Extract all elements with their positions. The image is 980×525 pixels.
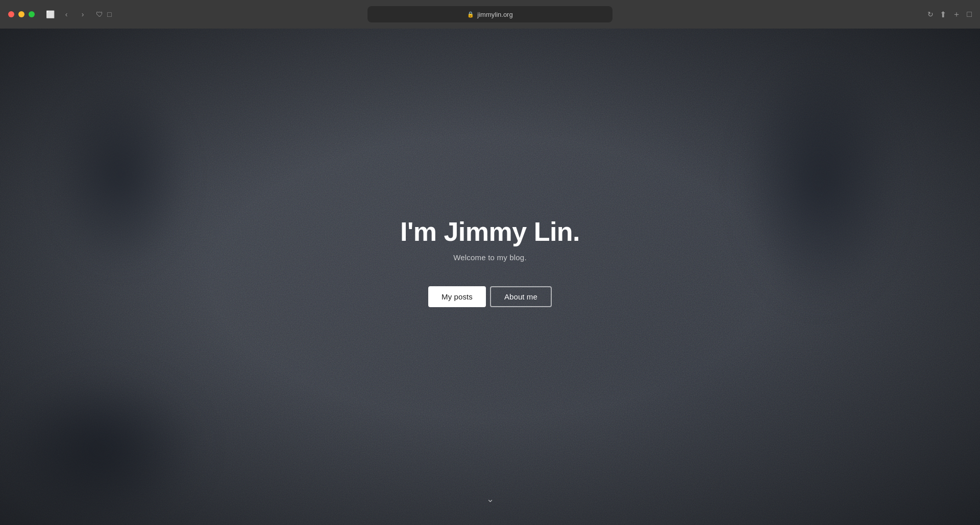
traffic-lights <box>8 11 35 17</box>
close-button[interactable] <box>8 11 14 17</box>
address-bar[interactable]: 🔒 jimmylin.org <box>368 6 612 22</box>
minimize-button[interactable] <box>18 11 24 17</box>
sidebar-toggle[interactable]: ⬜ <box>43 7 57 21</box>
browser-left-icons: 🛡 □ <box>96 10 111 18</box>
privacy-icon: 🛡 <box>96 10 103 18</box>
hero-title: I'm Jimmy Lin. <box>400 216 580 247</box>
website-content: I'm Jimmy Lin. Welcome to my blog. My po… <box>0 29 980 525</box>
forward-button[interactable]: › <box>76 7 90 21</box>
hero-subtitle: Welcome to my blog. <box>453 253 527 262</box>
browser-navigation: ⬜ ‹ › <box>43 7 90 21</box>
hero-section: I'm Jimmy Lin. Welcome to my blog. My po… <box>0 29 980 525</box>
my-posts-button[interactable]: My posts <box>428 286 486 307</box>
browser-chrome: ⬜ ‹ › 🛡 □ 🔒 jimmylin.org ↻ ⬆ ＋ □ <box>0 0 980 29</box>
hero-buttons: My posts About me <box>428 286 552 307</box>
new-tab-button[interactable]: ＋ <box>952 9 961 20</box>
back-button[interactable]: ‹ <box>59 7 74 21</box>
about-me-button[interactable]: About me <box>490 286 552 307</box>
browser-right-actions: ↻ ⬆ ＋ □ <box>927 9 972 20</box>
lock-icon: 🔒 <box>467 11 474 18</box>
url-text: jimmylin.org <box>477 11 512 18</box>
scroll-down-chevron[interactable]: ⌄ <box>486 493 494 505</box>
tabs-button[interactable]: □ <box>967 10 972 19</box>
tab-icon: □ <box>107 10 111 18</box>
reload-button[interactable]: ↻ <box>927 10 934 18</box>
share-button[interactable]: ⬆ <box>940 10 946 19</box>
maximize-button[interactable] <box>29 11 35 17</box>
